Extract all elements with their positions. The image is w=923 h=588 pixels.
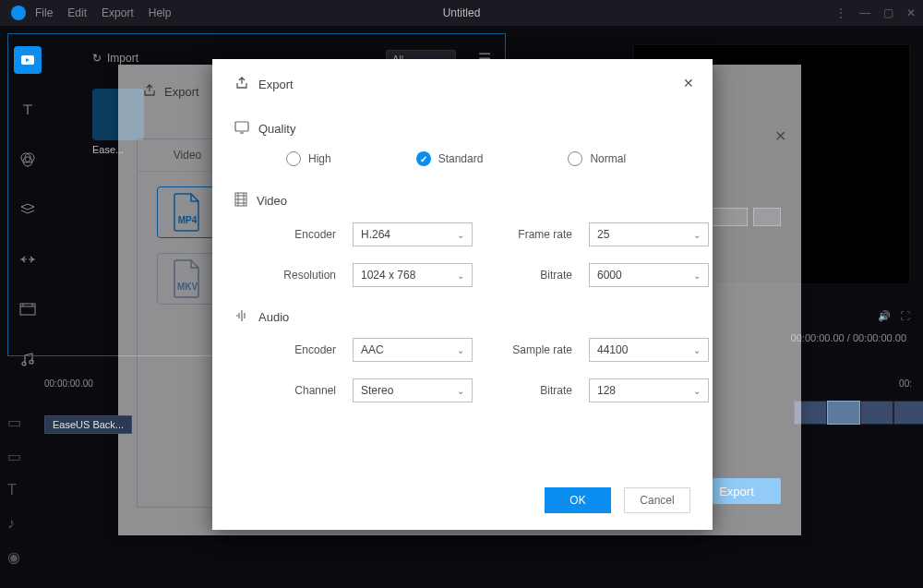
chevron-down-icon: ⌄ (693, 386, 701, 396)
video-section-label: Video (257, 194, 287, 208)
text-track-icon[interactable]: T (7, 482, 21, 498)
framerate-label: Frame rate (489, 228, 572, 241)
ok-button[interactable]: OK (545, 487, 611, 513)
radio-checked-icon (416, 151, 431, 166)
titlebar: File Edit Export Help Untitled ⋮ — ▢ ✕ (0, 0, 923, 26)
volume-icon[interactable]: 🔊 (878, 310, 891, 322)
audio-track-icon[interactable]: ♪ (7, 515, 21, 532)
format-mp4[interactable]: MP4 (157, 186, 218, 238)
resolution-select[interactable]: 1024 x 768⌄ (353, 263, 473, 287)
timeline-clip[interactable]: EaseUS Back... (44, 415, 132, 434)
modal-close-icon[interactable]: ✕ (683, 76, 694, 90)
close-window-icon[interactable]: ✕ (906, 6, 916, 19)
svg-rect-7 (235, 122, 248, 131)
settings-icon[interactable]: ⋮ (835, 6, 846, 19)
export-icon (234, 76, 249, 93)
menu-file[interactable]: File (35, 6, 53, 19)
radio-icon (286, 151, 301, 166)
timeline-start: 00:00:00.00 (44, 378, 93, 389)
format-mkv[interactable]: MKV (157, 253, 218, 305)
voice-track-icon[interactable]: ◉ (7, 548, 21, 566)
channel-label: Channel (257, 384, 336, 397)
import-button[interactable]: ↻ Import (92, 52, 138, 65)
export-icon (142, 83, 157, 101)
modal-title: Export (258, 78, 294, 91)
chevron-down-icon: ⌄ (457, 230, 464, 240)
radio-icon (568, 151, 582, 166)
audio-icon (234, 309, 249, 325)
audio-encoder-select[interactable]: AAC⌄ (353, 338, 473, 362)
import-icon: ↻ (92, 52, 102, 65)
video-track-icon[interactable]: ▭ (7, 414, 21, 431)
encoder-label: Encoder (257, 228, 336, 241)
quality-normal-radio[interactable]: Normal (568, 151, 626, 166)
chevron-down-icon: ⌄ (693, 345, 701, 355)
video-bitrate-select[interactable]: 6000⌄ (589, 263, 709, 287)
samplerate-select[interactable]: 44100⌄ (589, 338, 709, 362)
video-encoder-select[interactable]: H.264⌄ (353, 222, 473, 246)
audio-encoder-label: Encoder (257, 343, 336, 356)
menu-edit[interactable]: Edit (67, 6, 87, 19)
export-panel-title: Export (164, 85, 199, 99)
timeline-thumbnail-strip[interactable] (794, 401, 923, 438)
quality-icon (234, 121, 249, 137)
timecode: 00:00:00.00 / 00:00:00.00 (791, 332, 906, 343)
fullscreen-icon[interactable]: ⛶ (900, 310, 910, 321)
cancel-button[interactable]: Cancel (624, 487, 690, 513)
app-logo (11, 6, 26, 20)
svg-point-6 (30, 360, 33, 364)
resolution-label: Resolution (257, 269, 336, 282)
menu-export[interactable]: Export (102, 6, 134, 19)
video-icon (234, 192, 247, 210)
workspace: ↻ Import All⌄ ☰ Ease... 🔊 ⛶ 00:00:00.00 … (0, 26, 923, 588)
quality-standard-radio[interactable]: Standard (416, 151, 484, 166)
lock-track-icon[interactable]: ▭ (7, 448, 21, 465)
chevron-down-icon: ⌄ (693, 230, 701, 240)
channel-select[interactable]: Stereo⌄ (353, 378, 473, 402)
chevron-down-icon: ⌄ (457, 386, 464, 396)
export-settings-modal: Export ✕ Quality High Standard Normal Vi… (212, 59, 713, 530)
menu-help[interactable]: Help (149, 6, 172, 19)
chevron-down-icon: ⌄ (457, 270, 464, 281)
audio-bitrate-select[interactable]: 128⌄ (589, 378, 709, 402)
audio-section-label: Audio (258, 310, 289, 324)
chevron-down-icon: ⌄ (693, 270, 701, 281)
samplerate-label: Sample rate (489, 343, 572, 356)
minimize-icon[interactable]: — (859, 6, 870, 19)
timeline-end: 00: (899, 378, 912, 389)
audio-bitrate-label: Bitrate (489, 384, 572, 397)
framerate-select[interactable]: 25⌄ (589, 222, 709, 246)
track-icons: ▭ ▭ T ♪ ◉ (7, 414, 21, 566)
maximize-icon[interactable]: ▢ (883, 6, 893, 19)
export-panel-close-icon[interactable]: ✕ (774, 127, 786, 145)
video-bitrate-label: Bitrate (489, 269, 572, 282)
quality-label: Quality (258, 122, 295, 136)
window-title: Untitled (443, 6, 481, 19)
chevron-down-icon: ⌄ (457, 345, 464, 355)
quality-high-radio[interactable]: High (286, 151, 331, 166)
